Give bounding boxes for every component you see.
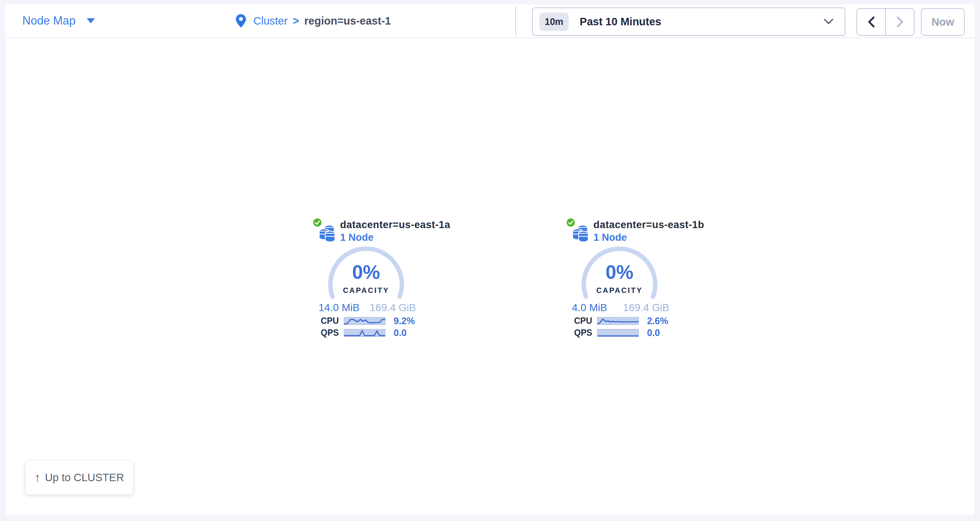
qps-value: 0.0 xyxy=(647,328,660,338)
qps-sparkline xyxy=(344,329,385,337)
qps-label: QPS xyxy=(321,328,344,338)
cpu-row: CPU 2.6% xyxy=(574,317,671,325)
datacenter-card-us-east-1b[interactable]: datacenter=us-east-1b 1 Node 0% CAPACITY… xyxy=(564,218,675,346)
capacity-percent: 0% xyxy=(564,261,675,283)
header-bar: Node Map Cluster > region=us-east-1 10m … xyxy=(5,5,975,37)
breadcrumb-separator: > xyxy=(293,15,299,27)
capacity-values: 4.0 MiB 169.4 GiB xyxy=(572,302,669,314)
time-back-button[interactable] xyxy=(857,9,885,35)
cpu-sparkline xyxy=(344,317,385,325)
caret-down-icon xyxy=(87,18,95,24)
time-range-badge: 10m xyxy=(539,13,568,31)
time-range-dropdown[interactable]: 10m Past 10 Minutes xyxy=(532,8,845,36)
database-stack-icon xyxy=(318,223,337,244)
now-button[interactable]: Now xyxy=(921,8,965,36)
qps-label: QPS xyxy=(574,328,597,338)
up-arrow-icon: ↑ xyxy=(35,471,41,484)
breadcrumb: Cluster > region=us-east-1 xyxy=(236,5,391,37)
view-selector-label: Node Map xyxy=(22,14,76,27)
time-nav-group xyxy=(856,8,915,36)
cpu-sparkline xyxy=(597,317,639,325)
cpu-value: 9.2% xyxy=(394,315,415,327)
capacity-total: 169.4 GiB xyxy=(369,302,416,314)
breadcrumb-cluster-link[interactable]: Cluster xyxy=(253,15,288,27)
up-to-cluster-label: Up to CLUSTER xyxy=(45,472,124,484)
up-to-cluster-button[interactable]: ↑ Up to CLUSTER xyxy=(25,460,133,495)
view-selector-dropdown[interactable]: Node Map xyxy=(22,5,95,37)
breadcrumb-current: region=us-east-1 xyxy=(304,15,391,27)
capacity-percent: 0% xyxy=(310,261,422,283)
cpu-label: CPU xyxy=(321,316,344,326)
datacenter-node-count: 1 Node xyxy=(593,232,627,244)
capacity-values: 14.0 MiB 169.4 GiB xyxy=(318,302,416,314)
time-forward-button[interactable] xyxy=(885,9,914,35)
qps-value: 0.0 xyxy=(394,328,407,338)
capacity-used: 4.0 MiB xyxy=(572,302,607,314)
qps-row: QPS 0.0 xyxy=(321,328,418,337)
now-button-label: Now xyxy=(931,16,954,28)
cpu-row: CPU 9.2% xyxy=(321,317,418,325)
capacity-used: 14.0 MiB xyxy=(318,302,360,314)
cpu-value: 2.6% xyxy=(647,315,668,327)
datacenter-title: datacenter=us-east-1b xyxy=(593,219,704,231)
capacity-total: 169.4 GiB xyxy=(623,302,669,314)
datacenter-card-us-east-1a[interactable]: datacenter=us-east-1a 1 Node 0% CAPACITY… xyxy=(310,218,422,346)
header-divider xyxy=(515,7,516,35)
datacenter-title: datacenter=us-east-1a xyxy=(340,219,450,231)
node-map-canvas: datacenter=us-east-1a 1 Node 0% CAPACITY… xyxy=(5,38,975,515)
cpu-label: CPU xyxy=(574,316,597,326)
qps-sparkline xyxy=(597,329,639,337)
time-range-label: Past 10 Minutes xyxy=(580,16,661,28)
capacity-label: CAPACITY xyxy=(564,286,675,295)
page-bottom-margin xyxy=(0,515,980,521)
chevron-down-icon xyxy=(824,18,834,25)
database-stack-icon xyxy=(571,223,590,244)
location-pin-icon xyxy=(236,14,246,27)
capacity-label: CAPACITY xyxy=(310,286,422,295)
datacenter-node-count: 1 Node xyxy=(340,232,374,244)
qps-row: QPS 0.0 xyxy=(574,328,671,337)
